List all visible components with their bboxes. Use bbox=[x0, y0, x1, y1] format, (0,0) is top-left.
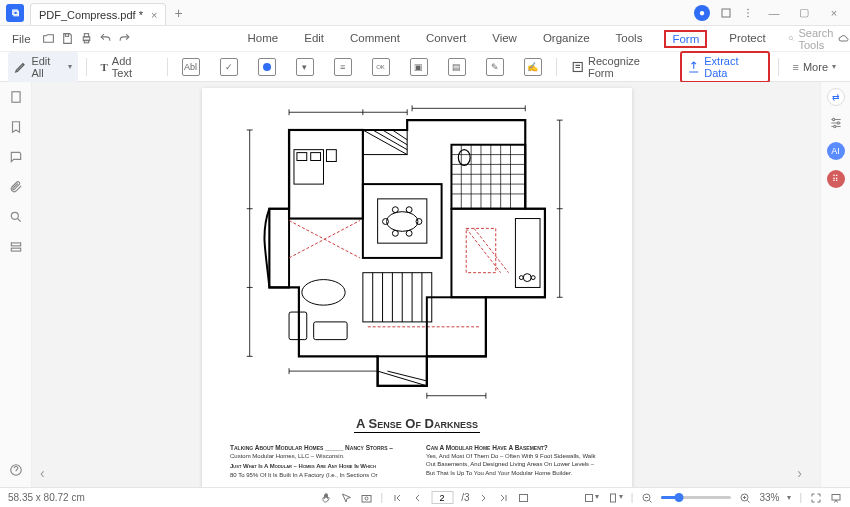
svg-point-28 bbox=[392, 230, 398, 236]
edit-all-button[interactable]: Edit All ▾ bbox=[8, 52, 78, 82]
next-page-icon[interactable] bbox=[477, 492, 489, 504]
menu-home[interactable]: Home bbox=[244, 30, 283, 48]
svg-rect-15 bbox=[289, 130, 363, 219]
kebab-icon[interactable] bbox=[742, 7, 754, 19]
help-icon[interactable] bbox=[9, 463, 23, 479]
add-text-button[interactable]: T Add Text bbox=[95, 52, 159, 82]
slider-thumb[interactable] bbox=[674, 493, 683, 502]
text-field-button[interactable]: Abl bbox=[176, 55, 206, 79]
radio-field-button[interactable] bbox=[252, 55, 282, 79]
zoom-slider[interactable] bbox=[661, 496, 731, 499]
fields-icon[interactable] bbox=[9, 240, 23, 256]
comments-icon[interactable] bbox=[9, 150, 23, 166]
close-tab-icon[interactable]: × bbox=[151, 9, 157, 21]
more-button[interactable]: ≡ More ▾ bbox=[787, 58, 842, 76]
fit-mode-icon[interactable]: ▾ bbox=[583, 492, 599, 504]
menu-comment[interactable]: Comment bbox=[346, 30, 404, 48]
prev-page-icon[interactable] bbox=[411, 492, 423, 504]
date-field-button[interactable]: ▤ bbox=[442, 55, 472, 79]
user-avatar[interactable]: ● bbox=[694, 5, 710, 21]
checkbox-field-button[interactable]: ✓ bbox=[214, 55, 244, 79]
attachments-icon[interactable] bbox=[9, 180, 23, 196]
close-window-button[interactable]: × bbox=[824, 7, 844, 19]
combo-field-button[interactable]: ▾ bbox=[290, 55, 320, 79]
menu-form[interactable]: Form bbox=[664, 30, 707, 48]
list-field-button[interactable]: ≡ bbox=[328, 55, 358, 79]
col2-body2: Out Basements, And Designed Living Areas… bbox=[426, 460, 604, 468]
sep: | bbox=[631, 492, 634, 503]
zoom-out-icon[interactable] bbox=[641, 492, 653, 504]
minimize-button[interactable]: — bbox=[764, 7, 784, 19]
svg-point-84 bbox=[833, 125, 835, 127]
redo-icon[interactable] bbox=[118, 30, 131, 48]
cloud-icon[interactable] bbox=[838, 33, 850, 45]
svg-point-47 bbox=[519, 276, 523, 280]
menu-organize[interactable]: Organize bbox=[539, 30, 594, 48]
svg-point-45 bbox=[523, 274, 531, 282]
left-sidebar bbox=[0, 82, 32, 487]
svg-line-20 bbox=[392, 130, 407, 140]
svg-rect-0 bbox=[722, 9, 730, 17]
menu-tools[interactable]: Tools bbox=[612, 30, 647, 48]
menu-convert[interactable]: Convert bbox=[422, 30, 470, 48]
panel-icon[interactable] bbox=[720, 7, 732, 19]
first-page-icon[interactable] bbox=[391, 492, 403, 504]
hand-tool-icon[interactable] bbox=[321, 492, 333, 504]
prev-page-arrow[interactable]: ‹ bbox=[40, 465, 45, 481]
undo-icon[interactable] bbox=[99, 30, 112, 48]
properties-icon[interactable] bbox=[829, 116, 843, 132]
svg-point-1 bbox=[747, 8, 749, 10]
open-icon[interactable] bbox=[42, 30, 55, 48]
maximize-button[interactable]: ▢ bbox=[794, 6, 814, 19]
bookmarks-icon[interactable] bbox=[9, 120, 23, 136]
col2-body1: Yes, And Most Of Them Do – Often With 9 … bbox=[426, 452, 604, 460]
snapshot-icon[interactable] bbox=[361, 492, 373, 504]
new-tab-button[interactable]: + bbox=[174, 5, 182, 21]
menu-edit[interactable]: Edit bbox=[300, 30, 328, 48]
document-canvas[interactable]: A Sense Of Darkness Talking About Modula… bbox=[32, 82, 820, 487]
zoom-value: 33% bbox=[759, 492, 779, 503]
digital-sig-button[interactable]: ✍ bbox=[518, 55, 548, 79]
last-page-icon[interactable] bbox=[497, 492, 509, 504]
presentation-icon[interactable] bbox=[830, 492, 842, 504]
button-field-button[interactable]: OK bbox=[366, 55, 396, 79]
single-page-icon[interactable]: ▾ bbox=[607, 492, 623, 504]
zoom-dropdown-icon[interactable]: ▾ bbox=[787, 493, 791, 502]
apps-badge-icon[interactable]: ⠿ bbox=[827, 170, 845, 188]
search-tools[interactable]: Search Tools bbox=[788, 27, 838, 51]
print-icon[interactable] bbox=[80, 30, 93, 48]
svg-rect-88 bbox=[585, 494, 592, 501]
svg-line-17 bbox=[363, 130, 407, 155]
svg-point-56 bbox=[302, 280, 345, 306]
extract-label: Extract Data bbox=[704, 55, 762, 79]
recognize-form-button[interactable]: Recognize Form bbox=[565, 52, 672, 82]
separator bbox=[778, 58, 779, 76]
signature-field-button[interactable]: ✎ bbox=[480, 55, 510, 79]
svg-rect-59 bbox=[294, 150, 324, 184]
pdf-badge-icon[interactable]: ⇄ bbox=[827, 88, 845, 106]
col1-heading: Talking About Modular Homes _____ Nancy … bbox=[230, 443, 408, 452]
select-tool-icon[interactable] bbox=[341, 492, 353, 504]
image-field-button[interactable]: ▣ bbox=[404, 55, 434, 79]
file-menu[interactable]: File bbox=[8, 31, 35, 47]
extract-data-button[interactable]: Extract Data bbox=[687, 55, 763, 79]
page-number-input[interactable] bbox=[431, 491, 453, 504]
read-mode-icon[interactable] bbox=[517, 492, 529, 504]
zoom-in-icon[interactable] bbox=[739, 492, 751, 504]
search-placeholder: Search Tools bbox=[799, 27, 838, 51]
svg-rect-21 bbox=[363, 184, 442, 258]
next-page-arrow[interactable]: › bbox=[797, 465, 802, 481]
svg-rect-12 bbox=[11, 243, 20, 246]
search-panel-icon[interactable] bbox=[9, 210, 23, 226]
menu-protect[interactable]: Protect bbox=[725, 30, 769, 48]
fullscreen-icon[interactable] bbox=[810, 492, 822, 504]
svg-point-26 bbox=[392, 207, 398, 213]
add-text-label: Add Text bbox=[112, 55, 153, 79]
thumbnails-icon[interactable] bbox=[9, 90, 23, 106]
document-tab[interactable]: PDF_Compress.pdf * × bbox=[30, 3, 166, 25]
ai-badge-icon[interactable]: AI bbox=[827, 142, 845, 160]
menu-view[interactable]: View bbox=[488, 30, 521, 48]
svg-rect-22 bbox=[378, 199, 427, 243]
svg-rect-6 bbox=[84, 34, 88, 37]
save-icon[interactable] bbox=[61, 30, 74, 48]
